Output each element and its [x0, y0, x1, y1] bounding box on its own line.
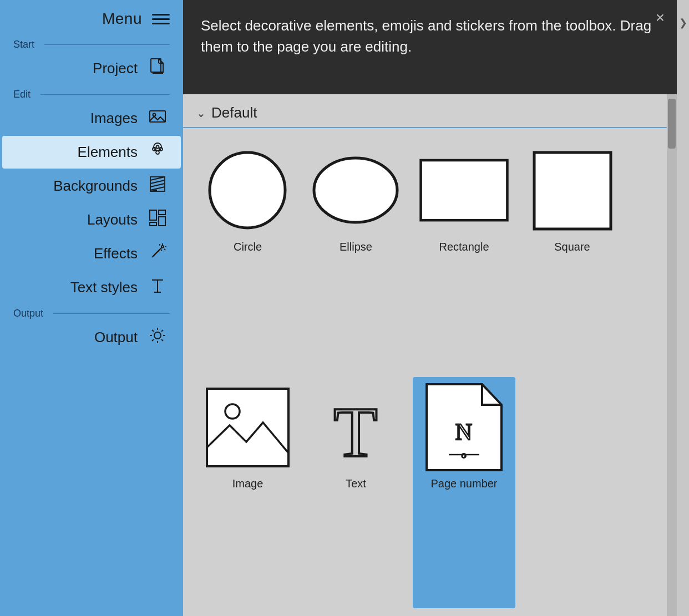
- rectangle-shape: [418, 145, 510, 236]
- square-shape: [526, 145, 618, 236]
- element-item-ellipse[interactable]: Ellipse: [305, 140, 407, 371]
- element-label: Image: [232, 477, 264, 490]
- svg-line-14: [150, 187, 165, 190]
- svg-line-40: [152, 339, 154, 341]
- element-item-page-number[interactable]: N º Page number: [413, 377, 515, 608]
- element-item-text[interactable]: T Text: [305, 377, 407, 608]
- svg-point-23: [161, 246, 164, 248]
- sidebar-item-project[interactable]: Project: [2, 52, 181, 85]
- svg-point-5: [154, 143, 161, 151]
- elements-icon: [148, 141, 168, 163]
- sidebar-item-label: Output: [94, 329, 138, 346]
- backgrounds-icon: [148, 175, 168, 197]
- info-banner: Select decorative elements, emojis and s…: [183, 0, 677, 94]
- svg-rect-18: [159, 217, 165, 226]
- svg-point-42: [314, 158, 397, 222]
- default-header: ⌄ Default: [183, 94, 677, 128]
- svg-text:T: T: [333, 392, 377, 470]
- element-label: Square: [554, 241, 590, 253]
- output-icon: [148, 327, 168, 348]
- sidebar-item-elements[interactable]: Elements: [2, 136, 181, 169]
- sidebar-item-label: Layouts: [87, 211, 138, 228]
- svg-line-22: [152, 250, 160, 257]
- info-text: Select decorative elements, emojis and s…: [201, 17, 651, 55]
- element-item-rectangle[interactable]: Rectangle: [413, 140, 515, 371]
- section-start: Start: [0, 35, 183, 52]
- menu-label: Menu: [102, 10, 142, 28]
- images-icon: [148, 108, 168, 129]
- page-number-shape: N º: [418, 381, 510, 473]
- close-button[interactable]: ×: [656, 10, 665, 26]
- svg-rect-43: [421, 160, 508, 220]
- svg-rect-19: [150, 222, 156, 226]
- svg-point-41: [210, 152, 285, 228]
- svg-point-8: [156, 151, 159, 154]
- sidebar-item-text-styles[interactable]: Text styles: [2, 271, 181, 304]
- elements-grid: Circle Ellipse Rectangle: [183, 133, 677, 616]
- sidebar-item-images[interactable]: Images: [2, 102, 181, 135]
- svg-rect-17: [159, 210, 165, 215]
- svg-text:º: º: [462, 450, 467, 467]
- svg-rect-0: [151, 59, 161, 72]
- sidebar-item-label: Images: [90, 110, 138, 127]
- main-content: Select decorative elements, emojis and s…: [183, 0, 677, 616]
- svg-line-39: [161, 330, 163, 332]
- circle-shape: [202, 145, 293, 236]
- element-item-circle[interactable]: Circle: [196, 140, 299, 371]
- svg-point-9: [156, 146, 159, 149]
- element-label: Rectangle: [439, 241, 489, 253]
- element-label: Circle: [234, 241, 262, 253]
- layouts-icon: [148, 209, 168, 231]
- sidebar-item-label: Backgrounds: [53, 177, 138, 195]
- sidebar: Menu Start Project Edit Images: [0, 0, 183, 616]
- svg-line-27: [164, 249, 165, 250]
- text-styles-icon: [148, 277, 168, 298]
- svg-rect-44: [534, 152, 611, 229]
- element-label: Ellipse: [340, 241, 372, 253]
- section-label: Default: [211, 104, 257, 121]
- effects-icon: [148, 243, 168, 264]
- right-chevron-icon[interactable]: ❯: [679, 17, 687, 29]
- project-icon: [148, 58, 168, 79]
- svg-line-38: [161, 339, 163, 341]
- chevron-down-icon: ⌄: [196, 106, 206, 120]
- element-label: Text: [346, 477, 366, 490]
- scrollbar-thumb[interactable]: [668, 99, 676, 149]
- sidebar-item-label: Effects: [94, 245, 138, 262]
- element-item-image[interactable]: Image: [196, 377, 299, 608]
- sidebar-item-label: Text styles: [70, 279, 138, 296]
- text-shape: T: [310, 381, 402, 473]
- element-label: Page number: [430, 477, 497, 490]
- section-output: Output: [0, 304, 183, 320]
- sidebar-item-layouts[interactable]: Layouts: [2, 203, 181, 236]
- elements-panel: ⌄ Default Circle El: [183, 94, 677, 616]
- sidebar-item-effects[interactable]: Effects: [2, 237, 181, 270]
- sidebar-item-output[interactable]: Output: [2, 321, 181, 354]
- svg-line-37: [152, 330, 154, 332]
- ellipse-shape: [310, 145, 402, 236]
- svg-text:N: N: [455, 419, 472, 445]
- svg-rect-45: [207, 389, 288, 466]
- svg-line-13: [150, 184, 165, 187]
- sidebar-item-label: Project: [93, 60, 138, 77]
- right-edge-panel: ❯: [677, 0, 689, 616]
- section-edit: Edit: [0, 85, 183, 101]
- sidebar-item-backgrounds[interactable]: Backgrounds: [2, 170, 181, 202]
- scrollbar[interactable]: [667, 94, 677, 616]
- menu-row: Menu: [0, 0, 183, 35]
- sidebar-item-label: Elements: [78, 144, 138, 161]
- element-item-square[interactable]: Square: [521, 140, 624, 371]
- svg-rect-16: [150, 210, 156, 220]
- svg-line-12: [150, 180, 165, 184]
- image-shape: [202, 381, 293, 473]
- svg-point-32: [154, 332, 161, 339]
- hamburger-icon[interactable]: [152, 14, 170, 24]
